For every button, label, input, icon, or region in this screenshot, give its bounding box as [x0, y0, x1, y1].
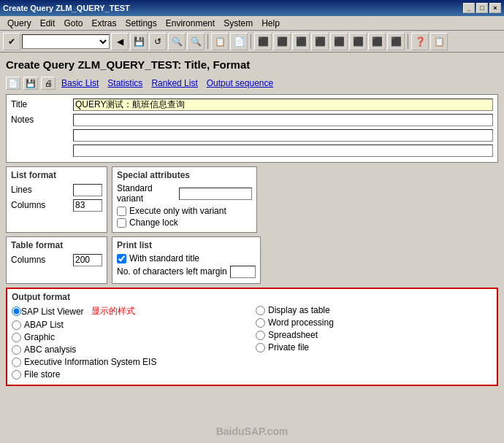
tab-basic-list[interactable]: Basic List — [58, 78, 102, 88]
toolbar-check-btn[interactable]: ✔ — [3, 33, 20, 50]
tab-ranked-list[interactable]: Ranked List — [148, 78, 200, 88]
margin-input[interactable] — [230, 266, 256, 278]
qt-icon1[interactable]: 📄 — [6, 77, 20, 90]
table-format-section: Table format Columns — [6, 236, 107, 284]
notes-row: Notes — [11, 113, 493, 126]
toolbar-btn6[interactable]: ⬛ — [254, 33, 272, 50]
title-label: Title — [11, 99, 73, 109]
sap-list-viewer-radio[interactable] — [12, 307, 21, 316]
change-lock-label: Change lock — [129, 217, 178, 228]
toolbar-btn5[interactable]: 📄 — [230, 33, 248, 50]
notes-input-1[interactable] — [73, 114, 493, 126]
menu-query[interactable]: Query — [3, 17, 36, 30]
output-format-grid: SAP List Viewer 显示的样式 ABAP List Graphic … — [12, 305, 492, 382]
abap-list-row: ABAP List — [12, 320, 248, 330]
lines-input[interactable] — [73, 184, 102, 196]
abap-list-label: ABAP List — [24, 320, 64, 330]
standard-variant-row: Standard variant — [117, 183, 252, 204]
toolbar-btn10[interactable]: ⬛ — [330, 33, 348, 50]
toolbar-btn11[interactable]: ⬛ — [349, 33, 367, 50]
title-section: Title Notes — [6, 94, 498, 163]
toolbar-btn7[interactable]: ⬛ — [273, 33, 291, 50]
table-columns-input[interactable] — [73, 254, 102, 266]
toolbar-help-btn[interactable]: ❓ — [411, 33, 429, 50]
standard-variant-input[interactable] — [179, 188, 252, 200]
execute-variant-checkbox[interactable] — [117, 207, 126, 216]
display-table-row: Display as table — [256, 305, 492, 315]
menu-edit[interactable]: Edit — [36, 17, 60, 30]
close-button[interactable]: × — [489, 3, 501, 13]
toolbar-btn8[interactable]: ⬛ — [292, 33, 310, 50]
abap-list-radio[interactable] — [12, 320, 21, 330]
display-table-label: Display as table — [268, 305, 330, 315]
toolbar: ✔ ◀ 💾 ↺ 🔍 🔍 📋 📄 ⬛ ⬛ ⬛ ⬛ ⬛ ⬛ ⬛ ⬛ ❓ 📋 — [0, 31, 504, 53]
eis-radio[interactable] — [12, 358, 21, 367]
toolbar-btn12[interactable]: ⬛ — [368, 33, 386, 50]
spreadsheet-row: Spreadsheet — [256, 330, 492, 340]
display-table-radio[interactable] — [256, 306, 265, 315]
graphic-row: Graphic — [12, 332, 248, 342]
columns-input[interactable] — [73, 199, 102, 212]
qt-icon2[interactable]: 💾 — [23, 77, 38, 90]
output-left-col: SAP List Viewer 显示的样式 ABAP List Graphic … — [12, 305, 248, 382]
title-bar-buttons: _ □ × — [463, 3, 501, 13]
change-lock-checkbox[interactable] — [117, 218, 126, 228]
execute-variant-row: Execute only with variant — [117, 206, 252, 216]
table-columns-row: Columns — [11, 253, 102, 266]
title-row: Title — [11, 98, 493, 111]
toolbar-btn3[interactable]: 🔍 — [187, 33, 205, 50]
tab-output-sequence[interactable]: Output sequence — [204, 78, 276, 88]
toolbar-btn4[interactable]: 📋 — [211, 33, 229, 50]
spreadsheet-radio[interactable] — [256, 331, 265, 340]
file-store-label: File store — [24, 369, 60, 380]
lines-row: Lines — [11, 183, 102, 196]
maximize-button[interactable]: □ — [476, 3, 488, 13]
standard-title-checkbox[interactable] — [117, 254, 126, 263]
menu-environment[interactable]: Environment — [161, 17, 219, 30]
title-bar-text: Create Query ZLM_QUERY_TEST — [3, 4, 130, 12]
toolbar-combo[interactable] — [22, 34, 110, 49]
menu-system[interactable]: System — [219, 17, 257, 30]
notes-row3 — [11, 144, 493, 157]
word-processing-radio[interactable] — [256, 318, 265, 328]
margin-label: No. of characters left margin — [117, 266, 227, 277]
toolbar-btn13[interactable]: ⬛ — [387, 33, 405, 50]
menu-extras[interactable]: Extras — [87, 17, 121, 30]
special-attributes-title: Special attributes — [117, 170, 252, 180]
toolbar-btn14[interactable]: 📋 — [430, 33, 448, 50]
output-format-title: Output format — [12, 292, 492, 302]
watermark: BaiduSAP.com — [216, 425, 289, 437]
file-store-row: File store — [12, 369, 248, 380]
minimize-button[interactable]: _ — [463, 3, 475, 13]
lines-label: Lines — [11, 185, 73, 195]
notes-label: Notes — [11, 115, 73, 125]
output-format-section: Output format SAP List Viewer 显示的样式 ABAP… — [6, 288, 498, 386]
standard-variant-label: Standard variant — [117, 183, 179, 204]
output-right-col: Display as table Word processing Spreads… — [256, 305, 492, 382]
eis-label: Executive Information System EIS — [24, 357, 156, 367]
main-content: Create Query ZLM_QUERY_TEST: Title, Form… — [0, 53, 504, 394]
qt-icon3[interactable]: 🖨 — [41, 77, 56, 90]
menu-goto[interactable]: Goto — [59, 17, 87, 30]
private-file-radio[interactable] — [256, 343, 265, 353]
notes-input-3[interactable] — [73, 145, 493, 157]
file-store-radio[interactable] — [12, 370, 21, 380]
toolbar-back-btn[interactable]: ◀ — [111, 33, 129, 50]
word-processing-label: Word processing — [268, 317, 334, 328]
toolbar-btn2[interactable]: 🔍 — [168, 33, 186, 50]
word-processing-row: Word processing — [256, 317, 492, 328]
menu-help[interactable]: Help — [257, 17, 284, 30]
menu-settings[interactable]: Settings — [121, 17, 161, 30]
graphic-radio[interactable] — [12, 333, 21, 342]
change-lock-row: Change lock — [117, 217, 252, 228]
title-input[interactable] — [73, 99, 493, 111]
abc-analysis-radio[interactable] — [12, 345, 21, 355]
toolbar-btn1[interactable]: ↺ — [149, 33, 167, 50]
notes-input-2[interactable] — [73, 129, 493, 142]
toolbar-btn9[interactable]: ⬛ — [311, 33, 329, 50]
tab-statistics[interactable]: Statistics — [104, 78, 145, 88]
toolbar-save-btn[interactable]: 💾 — [130, 33, 148, 50]
query-toolbar: 📄 💾 🖨 Basic List Statistics Ranked List … — [6, 77, 498, 90]
columns-row: Columns — [11, 199, 102, 212]
print-list-section: Print list With standard title No. of ch… — [112, 236, 261, 284]
